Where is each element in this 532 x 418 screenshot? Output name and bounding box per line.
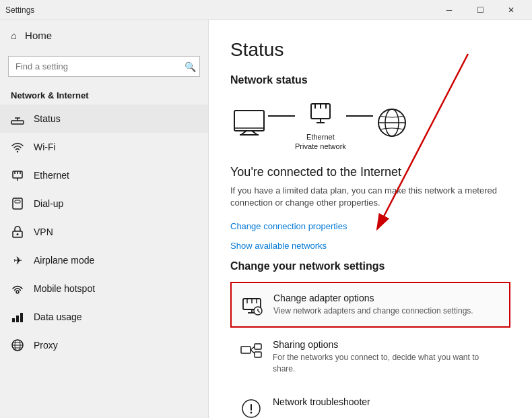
svg-point-3 bbox=[17, 151, 18, 152]
home-icon: ⌂ bbox=[11, 30, 17, 41]
adapter-icon bbox=[240, 293, 264, 317]
sharing-options-item[interactable]: Sharing options For the networks you con… bbox=[230, 329, 510, 385]
wifi-icon bbox=[11, 140, 24, 154]
network-line-1 bbox=[268, 115, 295, 117]
globe-icon bbox=[373, 107, 411, 139]
page-title: Status bbox=[230, 39, 510, 61]
svg-rect-10 bbox=[15, 200, 20, 203]
change-settings-title: Change your network settings bbox=[230, 260, 510, 272]
network-status-title: Network status bbox=[230, 74, 510, 86]
sidebar-vpn-label: VPN bbox=[34, 227, 53, 237]
internet-node bbox=[373, 107, 411, 142]
search-icon-button[interactable]: 🔍 bbox=[185, 61, 196, 72]
sidebar-home-item[interactable]: ⌂ Home bbox=[0, 20, 208, 51]
adapter-title: Change adapter options bbox=[273, 293, 473, 303]
svg-rect-16 bbox=[20, 313, 23, 322]
sidebar-home-label: Home bbox=[25, 30, 52, 41]
connected-title: You're connected to the Internet bbox=[230, 165, 510, 179]
svg-point-53 bbox=[251, 411, 253, 413]
troubleshoot-icon bbox=[239, 396, 263, 418]
maximize-button[interactable]: ☐ bbox=[465, 0, 496, 20]
sidebar-item-hotspot[interactable]: Mobile hotspot bbox=[0, 274, 208, 303]
window-controls: ─ ☐ ✕ bbox=[434, 0, 527, 20]
sidebar-hotspot-label: Mobile hotspot bbox=[34, 283, 95, 294]
svg-point-13 bbox=[16, 291, 19, 293]
sidebar-item-datausage[interactable]: Data usage bbox=[0, 303, 208, 331]
vpn-icon bbox=[11, 225, 24, 239]
sidebar-item-ethernet[interactable]: Ethernet bbox=[0, 161, 208, 189]
ethernet-icon bbox=[11, 169, 24, 182]
troubleshoot-item[interactable]: Network troubleshooter bbox=[230, 386, 510, 418]
sidebar-item-status[interactable]: Status bbox=[0, 104, 208, 133]
search-box: 🔍 bbox=[8, 56, 200, 77]
svg-point-12 bbox=[17, 233, 19, 235]
sidebar-wifi-label: Wi-Fi bbox=[34, 142, 56, 152]
app-container: ⌂ Home 🔍 Network & Internet Status bbox=[0, 20, 532, 418]
sidebar-airplane-label: Airplane mode bbox=[34, 255, 94, 266]
app-title: Settings bbox=[5, 5, 34, 15]
svg-rect-50 bbox=[255, 352, 261, 357]
svg-rect-14 bbox=[12, 318, 15, 322]
adapter-desc: View network adapters and change connect… bbox=[273, 305, 473, 317]
svg-line-47 bbox=[251, 347, 255, 350]
main-content: Status Network status bbox=[209, 20, 532, 418]
sidebar: ⌂ Home 🔍 Network & Internet Status bbox=[0, 20, 209, 418]
close-button[interactable]: ✕ bbox=[496, 0, 527, 20]
sidebar-item-proxy[interactable]: Proxy bbox=[0, 331, 208, 359]
svg-rect-15 bbox=[16, 316, 19, 322]
hotspot-icon bbox=[11, 282, 24, 295]
status-icon bbox=[11, 112, 24, 125]
svg-rect-9 bbox=[13, 198, 22, 209]
sidebar-status-label: Status bbox=[34, 113, 61, 124]
minimize-button[interactable]: ─ bbox=[434, 0, 465, 20]
main-wrapper: Status Network status bbox=[209, 20, 532, 418]
network-diagram: Ethernet Private network bbox=[230, 97, 510, 152]
dialup-icon bbox=[11, 197, 24, 210]
network-line-2 bbox=[346, 115, 373, 117]
show-networks-link[interactable]: Show available networks bbox=[230, 241, 327, 251]
sidebar-ethernet-label: Ethernet bbox=[34, 170, 69, 181]
troubleshoot-title: Network troubleshooter bbox=[273, 396, 370, 407]
svg-rect-46 bbox=[241, 347, 251, 353]
svg-line-48 bbox=[251, 350, 255, 353]
airplane-icon: ✈ bbox=[11, 253, 24, 267]
title-bar: Settings ─ ☐ ✕ bbox=[0, 0, 532, 20]
svg-rect-0 bbox=[11, 121, 24, 124]
sharing-title: Sharing options bbox=[273, 339, 502, 350]
sidebar-item-vpn[interactable]: VPN bbox=[0, 218, 208, 246]
sidebar-dialup-label: Dial-up bbox=[34, 198, 63, 209]
sidebar-datausage-label: Data usage bbox=[34, 311, 82, 322]
ethernet-label: Ethernet Private network bbox=[295, 132, 346, 152]
sidebar-item-wifi[interactable]: Wi-Fi bbox=[0, 133, 208, 161]
sidebar-proxy-label: Proxy bbox=[34, 340, 58, 351]
search-input[interactable] bbox=[8, 56, 200, 77]
computer-node bbox=[230, 107, 268, 142]
sidebar-section-label: Network & Internet bbox=[0, 85, 208, 104]
ethernet-node: Ethernet Private network bbox=[295, 97, 346, 152]
ethernet-device-icon bbox=[302, 97, 339, 129]
sharing-icon bbox=[239, 339, 263, 363]
svg-rect-49 bbox=[255, 344, 261, 349]
sidebar-item-airplane[interactable]: ✈ Airplane mode bbox=[0, 246, 208, 274]
adapter-options-item[interactable]: Change adapter options View network adap… bbox=[230, 282, 510, 328]
sharing-desc: For the networks you connect to, decide … bbox=[273, 352, 502, 375]
sidebar-item-dialup[interactable]: Dial-up bbox=[0, 189, 208, 218]
change-connection-link[interactable]: Change connection properties bbox=[230, 221, 347, 231]
connected-desc: If you have a limited data plan, you can… bbox=[230, 185, 510, 209]
computer-icon bbox=[230, 107, 268, 139]
proxy-icon bbox=[11, 338, 24, 352]
datausage-icon bbox=[11, 310, 24, 324]
